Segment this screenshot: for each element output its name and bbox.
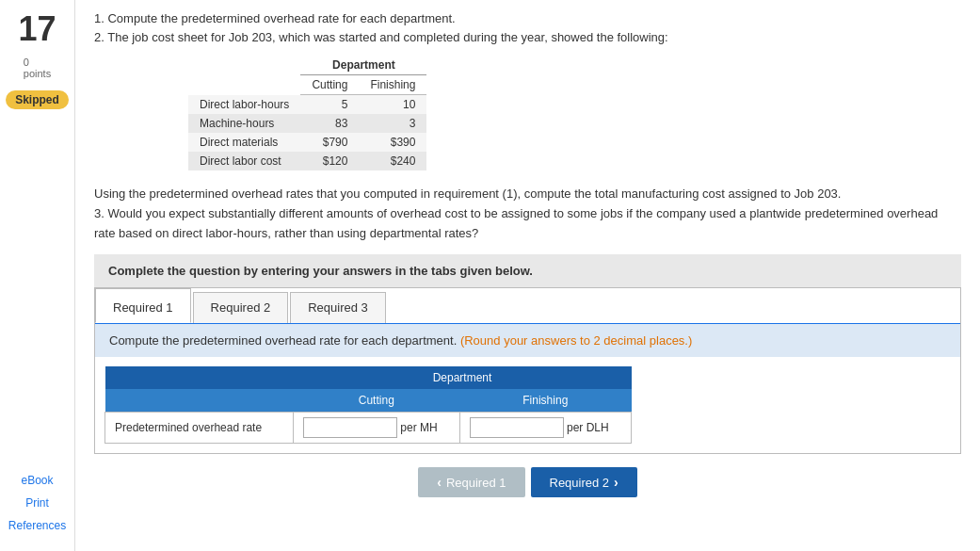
print-link[interactable]: Print (25, 496, 49, 510)
main-content: 1. Compute the predetermined overhead ra… (75, 0, 980, 551)
chevron-right-icon: › (614, 475, 619, 490)
problem-para2: Using the predetermined overhead rates t… (94, 185, 961, 243)
instruction-bar: Compute the predetermined overhead rate … (95, 324, 960, 357)
dept-header: Department (300, 56, 426, 75)
table-row: Direct labor cost $120 $240 (188, 152, 426, 170)
col-finishing: Finishing (359, 75, 426, 95)
sidebar-links: eBook Print References (8, 474, 66, 551)
chevron-left-icon: ‹ (437, 475, 442, 490)
problem-text-1: 1. Compute the predetermined overhead ra… (94, 9, 961, 46)
row-label: Predetermined overhead rate (105, 413, 294, 444)
required-2-tab[interactable]: Required 2 (193, 292, 289, 323)
req-table-wrapper: Department Cutting Finishing Predetermin… (95, 357, 960, 453)
problem-number: 17 (18, 9, 56, 49)
cutting-input[interactable] (303, 417, 397, 438)
next-button[interactable]: Required 2 › (531, 467, 637, 497)
req-col-cutting: Cutting (294, 389, 460, 413)
ebook-link[interactable]: eBook (21, 474, 53, 487)
points-value: 0 points (24, 57, 51, 79)
department-table: Department Cutting Finishing Direct labo… (188, 56, 426, 170)
required-1-table: Department Cutting Finishing Predetermin… (104, 366, 632, 444)
table-row: Direct labor-hours 5 10 (188, 95, 426, 115)
skipped-badge: Skipped (6, 90, 69, 109)
cutting-cell: per MH (294, 413, 460, 444)
req-col-finishing: Finishing (459, 389, 631, 413)
table-row: Machine-hours 83 3 (188, 114, 426, 133)
nav-buttons: ‹ Required 1 Required 2 › (94, 467, 961, 497)
table-row: Direct materials $790 $390 (188, 133, 426, 152)
finishing-cell: per DLH (459, 413, 631, 444)
required-3-tab[interactable]: Required 3 (290, 292, 386, 323)
tabs-container: Required 1 Required 2 Required 3 Compute… (94, 287, 961, 454)
sidebar: 17 0 points Skipped eBook Print Referenc… (0, 0, 75, 551)
dept-table-wrapper: Department Cutting Finishing Direct labo… (188, 56, 961, 170)
tab-content: Compute the predetermined overhead rate … (95, 324, 960, 453)
col-cutting: Cutting (300, 75, 359, 95)
req-table-row: Predetermined overhead rate per MH per D… (105, 413, 632, 444)
required-1-tab[interactable]: Required 1 (95, 288, 191, 323)
req-dept-header: Department (294, 366, 632, 389)
finishing-input[interactable] (470, 417, 564, 438)
references-link[interactable]: References (8, 519, 66, 532)
prev-button[interactable]: ‹ Required 1 (418, 467, 524, 497)
tabs-header: Required 1 Required 2 Required 3 (95, 288, 960, 324)
finishing-unit: per DLH (567, 421, 609, 434)
complete-question-bar: Complete the question by entering your a… (94, 254, 961, 287)
cutting-unit: per MH (400, 421, 437, 434)
